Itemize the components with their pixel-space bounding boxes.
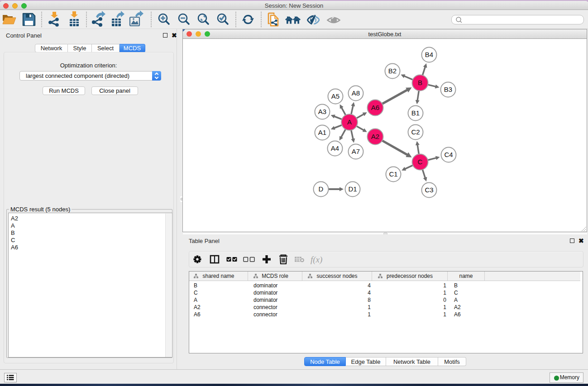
svg-text:C3: C3 — [425, 186, 433, 194]
svg-text:C4: C4 — [444, 151, 453, 158]
svg-text:D: D — [319, 185, 324, 193]
svg-text:C: C — [418, 158, 423, 166]
svg-text:A4: A4 — [331, 144, 339, 152]
svg-text:D1: D1 — [348, 185, 357, 193]
svg-text:A7: A7 — [352, 148, 360, 155]
svg-text:C2: C2 — [411, 128, 420, 136]
svg-text:B2: B2 — [388, 67, 397, 75]
svg-text:B: B — [418, 79, 422, 86]
svg-text:A2: A2 — [371, 133, 379, 140]
svg-text:B1: B1 — [411, 109, 420, 117]
svg-text:C1: C1 — [389, 170, 397, 178]
svg-text:A8: A8 — [352, 89, 360, 97]
svg-text:f(x): f(x) — [311, 255, 322, 265]
svg-text:A6: A6 — [371, 104, 379, 111]
svg-text:A1: A1 — [318, 129, 326, 136]
svg-text:A5: A5 — [331, 92, 339, 100]
svg-text:A: A — [347, 118, 352, 126]
svg-text:A3: A3 — [318, 108, 326, 115]
svg-text:B4: B4 — [425, 51, 433, 58]
svg-text:B3: B3 — [444, 86, 452, 93]
